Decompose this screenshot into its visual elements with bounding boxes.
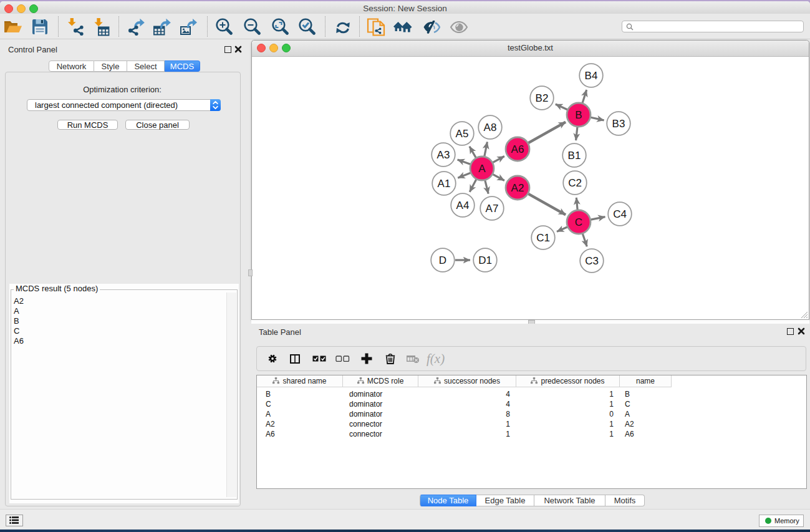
svg-text:A1: A1 <box>438 178 451 190</box>
svg-text:B4: B4 <box>585 70 598 82</box>
svg-text:A6: A6 <box>511 143 524 155</box>
svg-text:A4: A4 <box>456 200 470 211</box>
svg-text:D1: D1 <box>478 254 492 266</box>
svg-text:C3: C3 <box>585 255 599 267</box>
svg-text:A5: A5 <box>456 128 469 140</box>
svg-text:B3: B3 <box>612 118 625 130</box>
svg-text:C1: C1 <box>536 232 550 244</box>
svg-text:A8: A8 <box>484 122 497 133</box>
svg-text:C: C <box>575 216 582 228</box>
svg-text:B2: B2 <box>536 92 549 104</box>
svg-text:B: B <box>575 109 582 121</box>
svg-text:B1: B1 <box>568 150 581 162</box>
svg-text:A3: A3 <box>437 149 450 161</box>
svg-text:A2: A2 <box>511 182 524 194</box>
svg-text:C4: C4 <box>613 208 627 220</box>
svg-text:D: D <box>439 254 446 266</box>
svg-text:A: A <box>478 163 486 175</box>
svg-text:C2: C2 <box>568 177 582 189</box>
svg-text:A7: A7 <box>486 203 499 215</box>
